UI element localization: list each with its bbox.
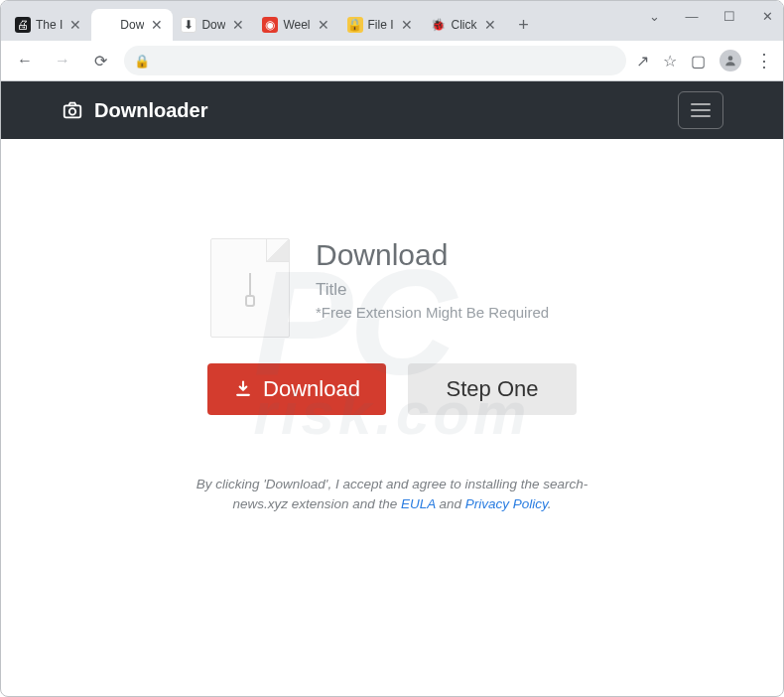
close-icon[interactable]: ✕	[67, 17, 83, 33]
brand[interactable]: Downloader	[61, 99, 207, 122]
zip-file-icon	[210, 238, 290, 338]
reload-button[interactable]: ⟳	[86, 47, 114, 74]
avatar-icon	[723, 54, 737, 68]
tab-2[interactable]: ⬇ Dow ✕	[173, 9, 254, 41]
download-button[interactable]: Download	[207, 363, 386, 415]
lock-icon: 🔒	[347, 17, 363, 33]
disclaimer-text: By clicking 'Download', I accept and agr…	[179, 475, 605, 515]
side-panel-icon[interactable]: ▢	[691, 52, 706, 70]
blank-icon	[99, 17, 115, 33]
download-icon: ⬇	[181, 17, 196, 33]
download-heading: Download	[316, 238, 574, 272]
tabs-dropdown-button[interactable]: ⌄	[644, 9, 664, 24]
close-icon[interactable]: ✕	[316, 17, 331, 33]
browser-chrome: 🖨 The I ✕ Dow ✕ ⬇ Dow ✕ ◉ Weel ✕ 🔒 Fi	[1, 1, 783, 81]
close-window-button[interactable]: ✕	[757, 9, 777, 24]
tab-4[interactable]: 🔒 File I ✕	[339, 9, 423, 41]
download-button-label: Download	[263, 376, 360, 402]
download-icon	[233, 379, 253, 399]
back-button[interactable]: ←	[11, 47, 39, 74]
printer-icon: 🖨	[15, 17, 31, 33]
svg-point-2	[69, 108, 75, 114]
forward-button[interactable]: →	[49, 47, 76, 74]
lock-icon: 🔒	[134, 54, 150, 69]
new-tab-button[interactable]: +	[510, 11, 538, 39]
tab-3[interactable]: ◉ Weel ✕	[254, 9, 338, 41]
hamburger-button[interactable]	[678, 91, 723, 129]
disclaimer-end: .	[548, 496, 552, 511]
minimize-button[interactable]: —	[682, 9, 702, 24]
tab-0[interactable]: 🖨 The I ✕	[7, 9, 91, 41]
profile-button[interactable]	[719, 50, 741, 71]
hamburger-icon	[691, 103, 711, 117]
menu-button[interactable]: ⋮	[755, 50, 773, 71]
bookmark-icon[interactable]: ☆	[663, 52, 677, 70]
svg-point-0	[728, 56, 733, 61]
site-navbar: Downloader	[1, 81, 783, 139]
close-icon[interactable]: ✕	[230, 17, 246, 33]
step-one-button[interactable]: Step One	[408, 363, 577, 415]
tab-5[interactable]: 🐞 Click ✕	[423, 9, 506, 41]
browser-toolbar: ← → ⟳ 🔒 ↗ ☆ ▢ ⋮	[1, 41, 783, 80]
share-icon[interactable]: ↗	[636, 52, 649, 70]
svg-rect-1	[65, 105, 81, 117]
eula-link[interactable]: EULA	[401, 496, 436, 511]
bug-icon: 🐞	[431, 17, 447, 33]
maximize-button[interactable]: ☐	[719, 9, 739, 24]
tab-label: Dow	[201, 18, 225, 32]
tab-label: Weel	[283, 18, 310, 32]
page: Downloader Download Title *Free Extensio…	[1, 81, 783, 515]
window-controls: ⌄ — ☐ ✕	[644, 9, 777, 24]
tab-1[interactable]: Dow ✕	[91, 9, 173, 41]
tab-label: The I	[36, 18, 63, 32]
close-icon[interactable]: ✕	[149, 17, 165, 33]
tab-label: File I	[368, 18, 394, 32]
tab-label: Click	[452, 18, 477, 32]
privacy-link[interactable]: Privacy Policy	[465, 496, 548, 511]
disclaimer-mid: and	[440, 496, 465, 511]
extension-note: *Free Extension Might Be Required	[316, 304, 574, 321]
brand-text: Downloader	[94, 99, 207, 122]
tab-strip: 🖨 The I ✕ Dow ✕ ⬇ Dow ✕ ◉ Weel ✕ 🔒 Fi	[1, 1, 783, 41]
tab-label: Dow	[120, 18, 144, 32]
camera-icon	[61, 99, 84, 121]
download-title: Title	[316, 280, 574, 300]
close-icon[interactable]: ✕	[482, 17, 498, 33]
close-icon[interactable]: ✕	[399, 17, 415, 33]
step-one-label: Step One	[447, 376, 539, 402]
address-bar[interactable]: 🔒	[124, 46, 626, 75]
swirl-icon: ◉	[262, 17, 278, 33]
